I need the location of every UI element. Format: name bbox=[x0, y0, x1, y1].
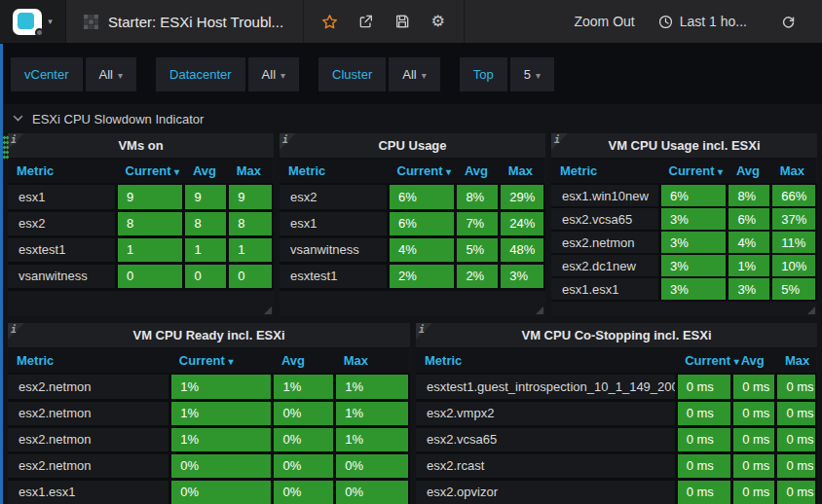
table-row: esx1999 bbox=[8, 184, 273, 210]
value-cell: 1% bbox=[335, 400, 409, 426]
column-header-max[interactable]: Max bbox=[500, 159, 544, 184]
sort-desc-icon: ▾ bbox=[734, 356, 739, 367]
metric-cell: esx2.rcast bbox=[416, 452, 676, 479]
table-row: esx2.rcast0 ms0 ms0 ms bbox=[416, 452, 816, 479]
metric-cell: esx2.netmon bbox=[8, 374, 170, 400]
grafana-logo-menu[interactable]: ▾ bbox=[0, 0, 66, 43]
table-header-row: MetricCurrent ▾AvgMax bbox=[8, 159, 273, 184]
value-cell: 9 bbox=[228, 184, 273, 210]
metric-cell: vsanwitness bbox=[8, 263, 117, 289]
metric-cell: esx1.esx1 bbox=[8, 479, 170, 504]
panel-title[interactable]: VM CPU Co-Stopping incl. ESXi bbox=[416, 323, 817, 348]
value-cell: 0% bbox=[335, 452, 409, 479]
value-cell: 2% bbox=[389, 263, 456, 289]
value-cell: 1% bbox=[273, 374, 335, 400]
filter-value-top[interactable]: 5▾ bbox=[510, 57, 554, 91]
metrics-table: MetricCurrent ▾AvgMaxesx1.win10new6%8%66… bbox=[551, 159, 817, 302]
filter-value-cluster[interactable]: All▾ bbox=[389, 57, 439, 91]
column-header-metric[interactable]: Metric bbox=[416, 348, 676, 374]
info-icon: i bbox=[11, 324, 17, 335]
column-header-metric[interactable]: Metric bbox=[280, 159, 389, 184]
column-header-metric[interactable]: Metric bbox=[8, 159, 117, 184]
column-header-current[interactable]: Current ▾ bbox=[170, 348, 273, 374]
clock-icon bbox=[658, 15, 673, 29]
table-row: esx2.netmon0%0%0% bbox=[8, 452, 409, 479]
share-button[interactable] bbox=[348, 14, 384, 29]
star-button[interactable] bbox=[312, 14, 348, 30]
table-panel: iVM CPU Ready incl. ESXiMetricCurrent ▾A… bbox=[8, 323, 410, 504]
value-cell: 0% bbox=[273, 400, 335, 426]
panel-title[interactable]: VMs on bbox=[8, 133, 274, 159]
panel-title[interactable]: VM CPU Ready incl. ESXi bbox=[8, 323, 410, 348]
table-row: esxtest12%2%3% bbox=[280, 263, 544, 289]
column-header-max[interactable]: Max bbox=[228, 159, 273, 184]
resize-handle[interactable] bbox=[264, 306, 272, 314]
table-header-row: MetricCurrent ▾AvgMax bbox=[280, 159, 544, 184]
dashboard-title-block[interactable]: Starter: ESXi Host Troubl... bbox=[66, 0, 304, 43]
table-row: esx2.dc1new3%1%10% bbox=[551, 254, 816, 277]
column-header-metric[interactable]: Metric bbox=[8, 348, 170, 374]
column-header-current[interactable]: Current ▾ bbox=[660, 159, 728, 184]
table-row: esxtest1111 bbox=[8, 236, 273, 263]
value-cell: 9 bbox=[117, 184, 184, 210]
metric-cell: esx1 bbox=[8, 184, 117, 210]
panel-info-icon[interactable]: i bbox=[416, 323, 432, 340]
panel-info-icon[interactable]: i bbox=[8, 323, 24, 340]
value-cell: 4% bbox=[728, 231, 771, 254]
column-header-current[interactable]: Current ▾ bbox=[676, 348, 732, 374]
value-cell: 24% bbox=[500, 210, 544, 236]
value-cell: 0 ms bbox=[732, 400, 776, 426]
value-cell: 10% bbox=[771, 254, 816, 277]
panel-title[interactable]: VM CPU Usage incl. ESXi bbox=[551, 133, 817, 159]
column-header-current[interactable]: Current ▾ bbox=[389, 159, 456, 184]
time-range-picker[interactable]: Last 1 ho... bbox=[658, 14, 747, 29]
value-cell: 0 ms bbox=[776, 452, 816, 479]
value-cell: 1% bbox=[728, 254, 771, 277]
resize-handle[interactable] bbox=[536, 306, 543, 314]
table-row: vsanwitness4%5%48% bbox=[280, 236, 544, 263]
refresh-button[interactable] bbox=[770, 15, 806, 29]
column-header-avg[interactable]: Avg bbox=[184, 159, 228, 184]
column-header-current[interactable]: Current ▾ bbox=[117, 159, 184, 184]
column-header-max[interactable]: Max bbox=[771, 159, 816, 184]
column-header-metric[interactable]: Metric bbox=[551, 159, 660, 184]
value-cell: 8 bbox=[228, 210, 273, 236]
sort-desc-icon: ▾ bbox=[446, 166, 451, 177]
panel-info-icon[interactable]: i bbox=[551, 133, 568, 150]
filter-value-vcenter[interactable]: All▾ bbox=[86, 57, 136, 91]
value-cell: 29% bbox=[500, 184, 544, 210]
filter-value-datacenter[interactable]: All▾ bbox=[248, 57, 299, 91]
filter-label-top[interactable]: Top bbox=[460, 57, 507, 91]
filter-label-cluster[interactable]: Cluster bbox=[318, 57, 386, 91]
column-header-max[interactable]: Max bbox=[776, 348, 816, 374]
resize-handle[interactable] bbox=[807, 306, 815, 314]
panel-info-icon[interactable]: i bbox=[8, 133, 24, 150]
table-header-row: MetricCurrent ▾AvgMax bbox=[551, 159, 816, 184]
value-cell: 8% bbox=[728, 184, 771, 207]
value-cell: 5% bbox=[771, 277, 816, 301]
save-button[interactable] bbox=[384, 14, 420, 29]
caret-down-icon: ▾ bbox=[536, 70, 541, 81]
filter-label-vcenter[interactable]: vCenter bbox=[11, 57, 83, 91]
grafana-logo-icon bbox=[13, 9, 42, 35]
column-header-avg[interactable]: Avg bbox=[456, 159, 500, 184]
column-header-max[interactable]: Max bbox=[335, 348, 409, 374]
settings-gear-button[interactable]: ⚙ bbox=[420, 14, 456, 29]
caret-down-icon: ▾ bbox=[280, 70, 285, 81]
metric-cell: esx2.netmon bbox=[8, 426, 170, 452]
column-header-avg[interactable]: Avg bbox=[273, 348, 335, 374]
column-header-avg[interactable]: Avg bbox=[728, 159, 771, 184]
metric-cell: esx2.vcsa65 bbox=[551, 207, 660, 231]
panel-info-icon[interactable]: i bbox=[280, 133, 296, 150]
value-cell: 1% bbox=[170, 426, 273, 452]
dashboard-row-toggle[interactable]: ESXi CPU Slowdown Indicator bbox=[8, 104, 817, 133]
sort-desc-icon: ▾ bbox=[718, 166, 723, 177]
zoom-out-button[interactable]: Zoom Out bbox=[574, 14, 634, 29]
filter-label-datacenter[interactable]: Datacenter bbox=[156, 57, 245, 91]
value-cell: 0 ms bbox=[676, 374, 732, 400]
panel-title[interactable]: CPU Usage bbox=[280, 133, 545, 159]
value-cell: 0 bbox=[117, 263, 184, 289]
row-drag-handle[interactable] bbox=[3, 135, 9, 160]
template-variable-bar: vCenter All▾ Datacenter All▾ Cluster All… bbox=[0, 44, 822, 104]
table-row: esx2888 bbox=[8, 210, 273, 236]
